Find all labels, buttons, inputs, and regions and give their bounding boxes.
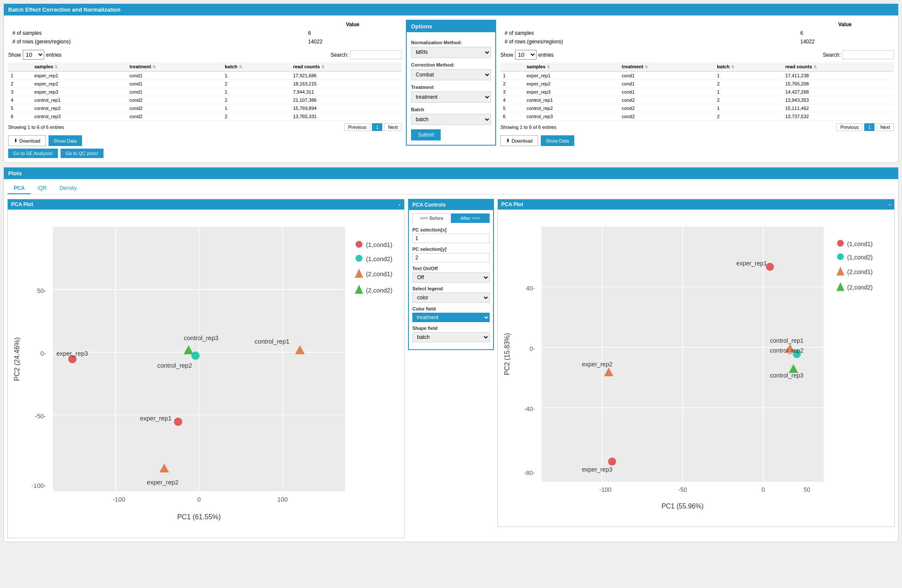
norm-method-select[interactable]: MRNTMMRLE [411,47,491,58]
left-next-btn[interactable]: Next [384,123,402,131]
norm-method-label: Normalization Method: [411,40,491,45]
before-btn[interactable]: <== Before [412,213,451,223]
stat-label: # of samples [9,29,304,37]
right-page-1[interactable]: 1 [864,123,875,131]
right-download-btn[interactable]: ⬇ Download [500,135,538,146]
svg-point-67 [837,240,844,247]
col-samples[interactable]: samples ⇅ [524,62,619,71]
svg-text:0-: 0- [40,350,46,357]
color-field-label: Color field [412,306,490,311]
shape-field-label: Shape field [412,326,490,331]
plot-tab-bar: PCA IQR Density [7,183,895,195]
col-batch[interactable]: batch ⇅ [714,62,783,71]
entries-select[interactable]: 10 [23,50,44,60]
search-input[interactable] [350,50,402,59]
legend-label: Select legend [412,286,490,291]
svg-text:control_rep3: control_rep3 [770,372,804,379]
svg-marker-73 [836,282,844,291]
stat-value: 6 [305,29,401,37]
svg-text:exper_rep2: exper_rep2 [582,361,613,368]
svg-text:PC1 (55.96%): PC1 (55.96%) [661,503,704,510]
svg-point-54 [766,263,774,271]
after-btn[interactable]: After ==> [451,213,490,223]
batch-select[interactable]: batch [411,114,491,125]
left-prev-btn[interactable]: Previous [344,123,370,131]
svg-text:(2,cond2): (2,cond2) [847,284,872,291]
tab-iqr[interactable]: IQR [31,183,53,194]
tab-pca[interactable]: PCA [7,183,31,194]
tab-density[interactable]: Density [53,183,83,194]
top-section-header: Batch Effect Correction and Normalizatio… [4,4,898,15]
corr-method-select[interactable]: Combatlimmanone [411,69,491,80]
left-download-btn[interactable]: ⬇ Download [8,135,46,146]
table-row: 2exper_rep2cond1218,163,215 [8,80,402,88]
svg-text:(2,cond1): (2,cond1) [847,268,872,275]
right-pca-minimize[interactable]: - [889,201,891,207]
svg-text:0: 0 [762,486,765,493]
left-pca-svg: 50- 0- -50- -100- -100 0 100 PC2 (24.46%… [11,213,401,533]
col-num[interactable] [8,62,32,71]
col-readcounts[interactable]: read counts ⇅ [290,62,402,71]
svg-text:control_rep1: control_rep1 [255,338,289,345]
svg-text:-80-: -80- [524,469,535,476]
table-row: 2exper_rep2cond1215,765,208 [500,80,894,88]
left-show-data-btn[interactable]: Show Data [49,135,82,146]
right-entries-select[interactable]: 10 [515,50,536,60]
right-data-table: samples ⇅ treatment ⇅ batch ⇅ read count… [500,62,894,121]
left-data-table: samples ⇅ treatment ⇅ batch ⇅ read count… [8,62,402,121]
pc-y-input[interactable] [412,253,490,262]
download-icon: ⬇ [506,138,510,143]
right-prev-btn[interactable]: Previous [836,123,862,131]
svg-text:(1,cond2): (1,cond2) [366,256,393,262]
shape-field-select[interactable]: batchtreatment [412,332,490,342]
text-onoff-select[interactable]: OffOn [412,272,490,283]
svg-point-29 [356,241,363,248]
col-treatment[interactable]: treatment ⇅ [619,62,715,71]
right-show-data-btn[interactable]: Show Data [541,135,574,146]
svg-text:50: 50 [804,486,811,493]
right-stats-table: Value # of samples6 # of rows (genes/reg… [500,20,894,46]
corr-method-label: Correction Method: [411,62,491,67]
col-readcounts[interactable]: read counts ⇅ [783,62,894,71]
svg-text:exper_rep1: exper_rep1 [736,260,767,267]
pca-controls-header: PCA Controls [409,200,493,210]
left-stats-table: Value # of samples6 # of rows (genes/reg… [8,20,402,46]
svg-text:(2,cond1): (2,cond1) [366,271,393,277]
svg-point-58 [608,457,616,466]
svg-text:-50-: -50- [35,413,46,420]
svg-text:exper_rep3: exper_rep3 [56,350,88,357]
de-analysis-btn[interactable]: Go to DE Analysis! [8,149,58,158]
col-num[interactable] [500,62,524,71]
left-pca-minimize[interactable]: - [399,201,401,207]
col-treatment[interactable]: treatment ⇅ [127,62,222,71]
svg-text:(1,cond2): (1,cond2) [847,254,872,261]
svg-text:control_rep3: control_rep3 [184,335,219,341]
right-search-input[interactable] [842,50,894,59]
svg-text:0: 0 [197,496,201,503]
treatment-label: Treatment [411,85,491,90]
left-page-1[interactable]: 1 [372,123,382,131]
svg-marker-71 [836,267,844,275]
pca-controls-panel: PCA Controls <== Before After ==> PC sel… [408,199,494,350]
submit-btn[interactable]: Submit [411,129,441,140]
svg-point-31 [356,255,363,262]
table-row: 4control_rep1cond2221,107,386 [8,96,402,104]
show-label: Show [500,52,513,58]
qc-plots-btn[interactable]: Go to QC plots! [61,149,104,158]
legend-select[interactable]: colorshapeboth [412,292,490,303]
pc-x-input[interactable] [412,234,490,243]
svg-text:(1,cond1): (1,cond1) [847,241,872,247]
col-batch[interactable]: batch ⇅ [222,62,290,71]
svg-text:-100-: -100- [31,482,46,489]
pc-x-label: PC selection[x] [412,227,490,232]
left-pca-title: PCA Plot [11,201,33,207]
right-pca-title: PCA Plot [501,201,523,207]
left-showing-text: Showing 1 to 6 of 6 entries [8,125,64,130]
svg-text:PC2 (24.46%): PC2 (24.46%) [13,337,21,381]
col-samples[interactable]: samples ⇅ [32,62,127,71]
treatment-select[interactable]: treatment [411,91,491,103]
stat-label: # of rows (genes/regions) [501,38,796,46]
color-field-select[interactable]: treatmentbatch [412,313,490,322]
text-onoff-label: Text On/Off [412,266,490,271]
right-next-btn[interactable]: Next [876,123,894,131]
